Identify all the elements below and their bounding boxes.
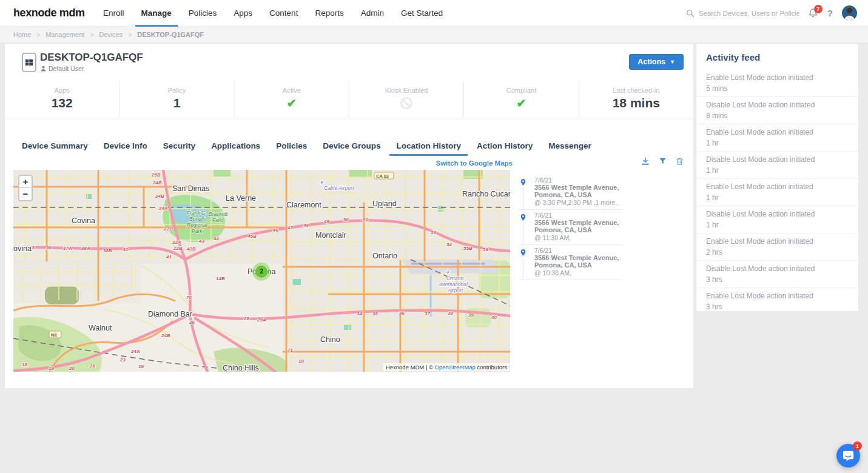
map-label: 37 xyxy=(425,311,430,317)
map-label: International xyxy=(439,281,468,287)
location-time: @ 3:30 PM,2:30 PM ,1 more.. xyxy=(534,199,623,206)
osm-link[interactable]: OpenStreetMap xyxy=(435,364,476,371)
activity-feed-panel[interactable]: Activity feed Enable Lost Mode action in… xyxy=(696,44,858,311)
map-label: Diamond Bar xyxy=(148,310,192,318)
app-logo[interactable]: hexnode mdm xyxy=(13,7,103,19)
map-canvas[interactable]: 353637A38A38B404142B434445B4647484950515… xyxy=(13,170,510,372)
location-date: 7/6/21 xyxy=(534,247,623,254)
ban-icon xyxy=(400,97,412,109)
activity-item: Enable Lost Mode action initiated1 hr xyxy=(696,124,858,152)
windows-device-icon xyxy=(22,53,36,75)
tab-policies[interactable]: Policies xyxy=(268,139,315,155)
map-label: 35 xyxy=(372,311,378,317)
activity-item-text: Disable Lost Mode action initiated xyxy=(706,264,849,273)
map-label: Walnut xyxy=(89,324,112,332)
map-label: 25B xyxy=(151,172,161,178)
nav-item-enroll[interactable]: Enroll xyxy=(103,0,124,27)
tab-security[interactable]: Security xyxy=(155,139,203,155)
tab-device-groups[interactable]: Device Groups xyxy=(315,139,388,155)
map-label: Regional xyxy=(187,222,208,228)
zoom-out-button[interactable]: − xyxy=(19,188,32,200)
activity-item-text: Disable Lost Mode action initiated xyxy=(706,155,849,164)
map-label: San Dimas xyxy=(172,184,209,193)
device-user: Default User xyxy=(41,65,84,72)
activity-item-time: 3 hrs xyxy=(706,275,849,284)
filter-icon[interactable] xyxy=(659,157,667,166)
breadcrumb-separator: > xyxy=(36,32,40,38)
nav-item-admin[interactable]: Admin xyxy=(361,0,384,27)
user-icon xyxy=(41,65,46,72)
breadcrumb-item-devices[interactable]: Devices xyxy=(99,31,123,38)
location-pin-icon xyxy=(519,247,527,258)
nav-item-apps[interactable]: Apps xyxy=(234,0,252,27)
breadcrumb-separator: > xyxy=(128,32,132,38)
map-label: 40 xyxy=(122,247,128,252)
zoom-in-button[interactable]: + xyxy=(19,176,32,188)
map-label: ovina xyxy=(13,244,32,253)
nav-item-get-started[interactable]: Get Started xyxy=(401,0,443,27)
map-label: Cable Airport xyxy=(324,185,354,191)
map-label: 24A xyxy=(130,349,140,354)
activity-item-text: Enable Lost Mode action initiated xyxy=(706,128,849,137)
map-label: 36 xyxy=(46,245,52,250)
map-label: 23 xyxy=(119,357,126,363)
nav-item-manage[interactable]: Manage xyxy=(141,0,172,27)
search-box[interactable] xyxy=(686,9,799,18)
activity-item: Enable Lost Mode action initiated2 hrs xyxy=(696,233,858,261)
switch-to-google-maps-link[interactable]: Switch to Google Maps xyxy=(436,159,513,167)
activity-item: Disable Lost Mode action initiated1 hr xyxy=(696,152,858,179)
tab-action-history[interactable]: Action History xyxy=(469,139,540,155)
map-label: 47 xyxy=(287,225,293,230)
location-entry[interactable]: 7/6/213566 West Temple Avenue, Pomona, C… xyxy=(519,245,623,280)
notifications-button[interactable]: 7 xyxy=(808,8,818,18)
actions-button[interactable]: Actions ▼ xyxy=(629,54,684,70)
tab-device-info[interactable]: Device Info xyxy=(96,139,155,155)
map-label: N8 xyxy=(51,332,57,338)
map-label: Chino Hills xyxy=(223,364,259,372)
chat-launcher[interactable]: 1 xyxy=(836,444,860,468)
map-label: 37A xyxy=(63,246,72,251)
map-label: 16 xyxy=(138,364,144,369)
map-label: 28 xyxy=(243,316,249,321)
map-label: Covina xyxy=(72,216,95,225)
location-entry[interactable]: 7/6/213566 West Temple Avenue, Pomona, C… xyxy=(519,210,623,245)
activity-feed-title: Activity feed xyxy=(696,44,858,70)
map-cluster-marker[interactable]: 2 xyxy=(252,263,271,281)
location-entry[interactable]: 7/6/213566 West Temple Avenue, Pomona, C… xyxy=(519,175,623,210)
breadcrumb-item-management[interactable]: Management xyxy=(45,31,84,38)
activity-item-time: 1 hr xyxy=(706,166,849,175)
map-label: Bonelli xyxy=(189,216,206,222)
stat-label: Active xyxy=(235,87,349,94)
nav-item-policies[interactable]: Policies xyxy=(189,0,217,27)
stat-label: Apps xyxy=(5,87,119,94)
tab-applications[interactable]: Applications xyxy=(203,139,268,155)
tab-messenger[interactable]: Messenger xyxy=(540,139,599,155)
stat-value: ✔ xyxy=(235,96,349,110)
tab-device-summary[interactable]: Device Summary xyxy=(14,139,96,155)
stat-value: ✔ xyxy=(464,96,578,110)
chat-unread-badge: 1 xyxy=(853,441,862,451)
activity-item-time: 1 hr xyxy=(706,193,849,203)
avatar[interactable] xyxy=(842,5,857,21)
nav-item-content[interactable]: Content xyxy=(269,0,298,27)
help-button[interactable]: ? xyxy=(827,8,833,18)
location-address: 3566 West Temple Avenue, Pomona, CA, USA xyxy=(534,184,627,198)
stat-label: Compliant xyxy=(464,87,578,94)
map-label: 71 xyxy=(288,347,293,353)
activity-item: Disable Lost Mode action initiated1 hr xyxy=(696,206,858,233)
map-label: 38A xyxy=(81,246,90,251)
map-label: 10 xyxy=(298,358,304,364)
download-icon[interactable] xyxy=(641,157,650,166)
tab-location-history[interactable]: Location History xyxy=(388,139,469,155)
map-label: 48 xyxy=(303,223,309,228)
notification-badge: 7 xyxy=(814,5,823,13)
device-name: DESKTOP-Q1GAFQF xyxy=(40,52,143,64)
map-label: 22A xyxy=(172,240,181,245)
search-input[interactable] xyxy=(699,10,799,17)
map-label: 44 xyxy=(213,236,219,241)
activity-item: Enable Lost Mode action initiated3 hrs xyxy=(696,288,858,311)
nav-item-reports[interactable]: Reports xyxy=(315,0,343,27)
breadcrumb-item-home[interactable]: Home xyxy=(13,31,31,38)
trash-icon[interactable] xyxy=(676,157,684,166)
stat-compliant: Compliant✔ xyxy=(463,81,578,118)
